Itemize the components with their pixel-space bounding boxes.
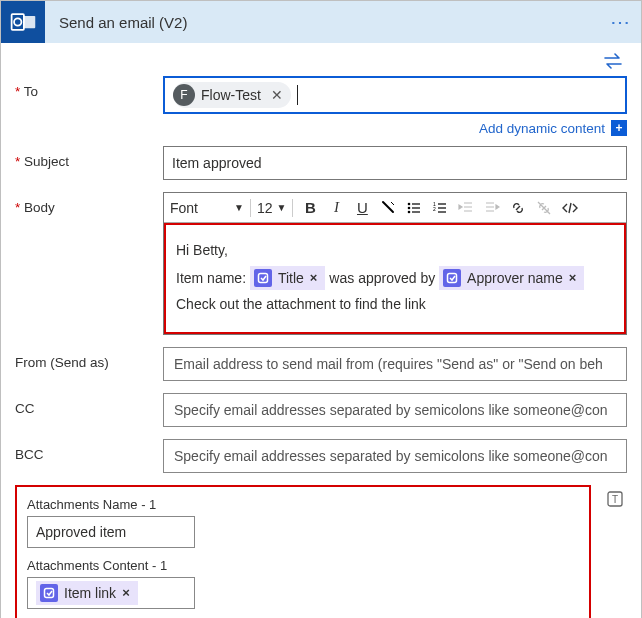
to-label: To: [15, 76, 163, 99]
swap-icon[interactable]: [603, 53, 623, 72]
svg-rect-10: [448, 273, 457, 282]
font-select[interactable]: Font ▼: [170, 200, 244, 216]
card-header: Send an email (V2) ⋯: [1, 1, 641, 43]
chevron-down-icon: ▼: [277, 202, 287, 213]
subject-input[interactable]: Item approved: [163, 146, 627, 180]
switch-array-mode-button[interactable]: T: [603, 487, 627, 511]
body-line-3: Check out the attachment to find the lin…: [176, 291, 614, 318]
bcc-input[interactable]: [163, 439, 627, 473]
token-icon: [254, 269, 272, 287]
remove-recipient-icon[interactable]: ✕: [267, 87, 283, 103]
text-caret: [297, 85, 298, 105]
add-dynamic-content-link[interactable]: Add dynamic content +: [479, 120, 627, 136]
recipient-avatar: F: [173, 84, 195, 106]
unlink-button[interactable]: [533, 197, 555, 219]
to-input[interactable]: F Flow-Test ✕: [163, 76, 627, 114]
action-card: Send an email (V2) ⋯ To F Flow-Test ✕: [0, 0, 642, 618]
attachments-content-input[interactable]: Item link ×: [27, 577, 195, 609]
outlook-icon: [1, 1, 45, 43]
remove-token-icon[interactable]: ×: [569, 266, 577, 291]
numbered-list-button[interactable]: 12: [429, 197, 451, 219]
attachments-content-label: Attachments Content - 1: [27, 558, 579, 573]
bold-button[interactable]: B: [299, 197, 321, 219]
dynamic-token-approver[interactable]: Approver name ×: [439, 266, 584, 290]
svg-rect-11: [45, 588, 54, 597]
chevron-down-icon: ▼: [234, 202, 244, 213]
body-line-1: Hi Betty,: [176, 237, 614, 264]
text-color-button[interactable]: [377, 197, 399, 219]
svg-rect-9: [258, 273, 267, 282]
outdent-button[interactable]: [455, 197, 477, 219]
svg-point-4: [408, 202, 411, 205]
body-label: Body: [15, 192, 163, 215]
link-button[interactable]: [507, 197, 529, 219]
body-content[interactable]: Hi Betty, Item name: Title × was approve…: [164, 223, 626, 334]
card-title: Send an email (V2): [45, 14, 601, 31]
from-label: From (Send as): [15, 347, 163, 370]
cc-label: CC: [15, 393, 163, 416]
from-input[interactable]: [163, 347, 627, 381]
subject-label: Subject: [15, 146, 163, 169]
recipient-name: Flow-Test: [201, 87, 261, 103]
underline-button[interactable]: U: [351, 197, 373, 219]
cc-input[interactable]: [163, 393, 627, 427]
attachments-section: Attachments Name - 1 Approved item Attac…: [15, 485, 591, 618]
remove-token-icon[interactable]: ×: [122, 585, 130, 600]
more-menu-button[interactable]: ⋯: [601, 10, 641, 34]
svg-text:T: T: [612, 494, 618, 505]
font-size-select[interactable]: 12 ▼: [257, 200, 286, 216]
bullet-list-button[interactable]: [403, 197, 425, 219]
editor-toolbar: Font ▼ 12 ▼ B I U: [164, 193, 626, 223]
recipient-chip[interactable]: F Flow-Test ✕: [173, 82, 291, 108]
bcc-label: BCC: [15, 439, 163, 462]
body-editor: Font ▼ 12 ▼ B I U: [163, 192, 627, 335]
dynamic-token-title[interactable]: Title ×: [250, 266, 326, 290]
plus-icon: +: [611, 120, 627, 136]
attachments-name-label: Attachments Name - 1: [27, 497, 579, 512]
dynamic-token-item-link[interactable]: Item link ×: [36, 581, 138, 605]
token-icon: [443, 269, 461, 287]
attachments-name-input[interactable]: Approved item: [27, 516, 195, 548]
remove-token-icon[interactable]: ×: [310, 266, 318, 291]
svg-text:2: 2: [433, 206, 436, 212]
indent-button[interactable]: [481, 197, 503, 219]
italic-button[interactable]: I: [325, 197, 347, 219]
code-view-button[interactable]: [559, 197, 581, 219]
svg-point-6: [408, 210, 411, 213]
token-icon: [40, 584, 58, 602]
svg-point-5: [408, 206, 411, 209]
